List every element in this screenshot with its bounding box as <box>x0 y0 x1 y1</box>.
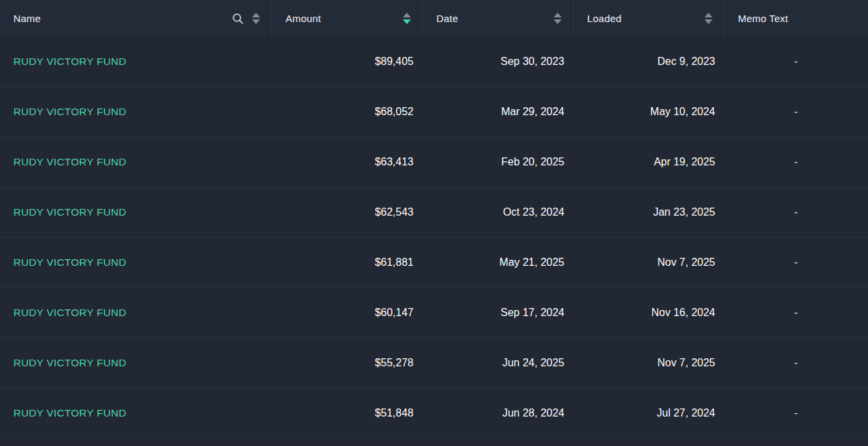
fund-name-link[interactable]: RUDY VICTORY FUND <box>0 256 271 269</box>
date-cell: Mar 29, 2024 <box>422 106 573 118</box>
loaded-cell: Nov 7, 2025 <box>573 256 724 269</box>
grid-header-row: Name Amount Date <box>0 0 868 37</box>
fund-name-link[interactable]: RUDY VICTORY FUND <box>0 407 271 419</box>
loaded-cell: Jul 27, 2024 <box>573 407 724 419</box>
date-cell: May 21, 2025 <box>422 256 573 269</box>
loaded-cell: Jan 23, 2025 <box>573 206 724 218</box>
table-row[interactable]: RUDY VICTORY FUND $62,543 Oct 23, 2024 J… <box>0 188 868 238</box>
column-header-name[interactable]: Name <box>0 0 271 37</box>
sort-desc-icon <box>252 19 260 24</box>
column-header-amount[interactable]: Amount <box>271 0 422 37</box>
amount-cell: $89,405 <box>271 56 422 68</box>
memo-cell: - <box>724 56 868 68</box>
fund-name-link[interactable]: RUDY VICTORY FUND <box>0 206 271 218</box>
amount-cell: $55,278 <box>271 357 422 369</box>
sort-desc-icon <box>403 19 411 24</box>
grid-body: RUDY VICTORY FUND $89,405 Sep 30, 2023 D… <box>0 37 868 446</box>
amount-cell: $51,848 <box>271 407 422 419</box>
sort-arrows-icon[interactable] <box>704 13 712 24</box>
amount-cell: $61,881 <box>271 256 422 269</box>
sort-asc-icon <box>403 13 411 17</box>
date-cell: Sep 17, 2024 <box>422 307 573 319</box>
amount-cell: $63,413 <box>271 156 422 168</box>
search-icon[interactable] <box>232 13 244 25</box>
column-header-loaded[interactable]: Loaded <box>573 0 724 37</box>
data-grid: Name Amount Date <box>0 0 868 446</box>
fund-name-link[interactable]: RUDY VICTORY FUND <box>0 357 271 369</box>
sort-arrows-icon[interactable] <box>403 13 411 24</box>
table-row[interactable]: RUDY VICTORY FUND $60,147 Sep 17, 2024 N… <box>0 288 868 338</box>
loaded-cell: May 10, 2024 <box>573 106 724 118</box>
column-header-memo-text[interactable]: Memo Text <box>724 0 868 37</box>
memo-cell: - <box>724 407 868 419</box>
date-cell: Jun 28, 2024 <box>422 407 573 419</box>
fund-name-link[interactable]: RUDY VICTORY FUND <box>0 307 271 319</box>
table-row[interactable]: RUDY VICTORY FUND $63,413 Feb 20, 2025 A… <box>0 137 868 188</box>
column-header-date[interactable]: Date <box>422 0 573 37</box>
loaded-cell: Nov 16, 2024 <box>573 307 724 319</box>
loaded-cell: Dec 9, 2023 <box>573 56 724 68</box>
table-row[interactable]: RUDY VICTORY FUND $61,881 May 21, 2025 N… <box>0 238 868 288</box>
date-cell: Sep 30, 2023 <box>422 56 573 68</box>
memo-cell: - <box>724 307 868 319</box>
column-label-amount: Amount <box>286 13 321 24</box>
sort-desc-icon <box>704 19 712 24</box>
date-cell: Feb 20, 2025 <box>422 156 573 168</box>
amount-cell: $60,147 <box>271 307 422 319</box>
memo-cell: - <box>724 156 868 168</box>
column-label-date: Date <box>436 13 458 24</box>
column-label-loaded: Loaded <box>587 13 621 24</box>
memo-cell: - <box>724 357 868 369</box>
amount-cell: $62,543 <box>271 206 422 218</box>
column-label-name: Name <box>13 13 41 24</box>
fund-name-link[interactable]: RUDY VICTORY FUND <box>0 156 271 168</box>
table-row[interactable]: RUDY VICTORY FUND $55,278 Jun 24, 2025 N… <box>0 338 868 388</box>
sort-asc-icon <box>704 13 712 17</box>
table-row[interactable]: RUDY VICTORY FUND $89,405 Sep 30, 2023 D… <box>0 37 868 87</box>
fund-name-link[interactable]: RUDY VICTORY FUND <box>0 56 271 68</box>
column-label-memo-text: Memo Text <box>738 13 788 24</box>
sort-asc-icon <box>554 13 562 17</box>
memo-cell: - <box>724 106 868 118</box>
sort-arrows-icon[interactable] <box>554 13 562 24</box>
memo-cell: - <box>724 206 868 218</box>
amount-cell: $68,052 <box>271 106 422 118</box>
date-cell: Jun 24, 2025 <box>422 357 573 369</box>
date-cell: Oct 23, 2024 <box>422 206 573 218</box>
rows-container: RUDY VICTORY FUND $89,405 Sep 30, 2023 D… <box>0 37 868 439</box>
sort-desc-icon <box>554 19 562 24</box>
sort-asc-icon <box>252 13 260 17</box>
loaded-cell: Apr 19, 2025 <box>573 156 724 168</box>
loaded-cell: Nov 7, 2025 <box>573 357 724 369</box>
sort-arrows-icon[interactable] <box>252 13 260 24</box>
partial-next-row <box>0 439 868 446</box>
table-row[interactable]: RUDY VICTORY FUND $51,848 Jun 28, 2024 J… <box>0 388 868 439</box>
fund-name-link[interactable]: RUDY VICTORY FUND <box>0 106 271 118</box>
memo-cell: - <box>724 256 868 269</box>
table-row[interactable]: RUDY VICTORY FUND $68,052 Mar 29, 2024 M… <box>0 87 868 137</box>
